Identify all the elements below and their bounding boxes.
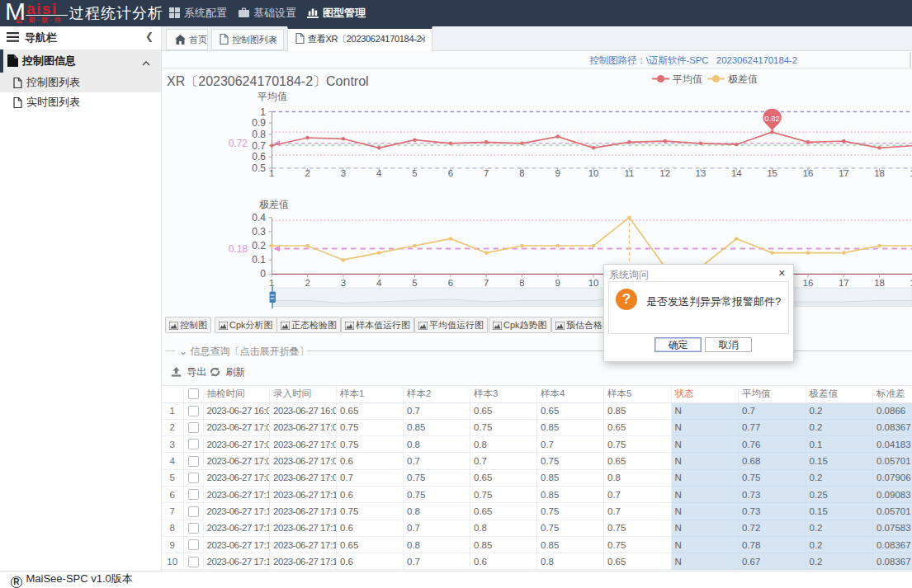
svg-text:10: 10 — [588, 278, 599, 288]
svg-text:9: 9 — [555, 278, 560, 288]
svg-text:16: 16 — [803, 278, 814, 288]
svg-text:12: 12 — [659, 168, 670, 178]
svg-text:18: 18 — [874, 278, 885, 288]
svg-text:11: 11 — [624, 168, 634, 178]
svg-text:0.1: 0.1 — [252, 254, 266, 266]
svg-text:4: 4 — [376, 168, 382, 178]
svg-text:0.4: 0.4 — [252, 212, 266, 223]
svg-text:6: 6 — [448, 168, 453, 178]
svg-text:0.7: 0.7 — [252, 140, 266, 152]
svg-text:15: 15 — [767, 168, 777, 178]
svg-text:1: 1 — [260, 106, 266, 118]
svg-text:平均值: 平均值 — [673, 73, 702, 85]
svg-text:8: 8 — [519, 168, 524, 178]
svg-text:18: 18 — [874, 168, 885, 178]
svg-text:0.6: 0.6 — [252, 151, 266, 162]
svg-text:2: 2 — [305, 168, 310, 178]
svg-text:0.5: 0.5 — [252, 162, 266, 174]
svg-text:14: 14 — [731, 168, 742, 178]
svg-text:0: 0 — [260, 268, 266, 280]
svg-text:4: 4 — [376, 278, 382, 288]
svg-text:5: 5 — [412, 168, 417, 178]
svg-text:0.18: 0.18 — [229, 243, 248, 255]
svg-text:3: 3 — [341, 278, 346, 288]
svg-text:7: 7 — [484, 168, 489, 178]
svg-text:平均值: 平均值 — [258, 91, 287, 102]
svg-text:13: 13 — [696, 168, 706, 178]
svg-text:6: 6 — [448, 278, 453, 288]
svg-text:3: 3 — [341, 168, 346, 178]
svg-text:1: 1 — [269, 168, 274, 178]
svg-text:5: 5 — [412, 278, 417, 288]
svg-text:极差值: 极差值 — [259, 199, 289, 210]
svg-text:8: 8 — [519, 278, 524, 288]
svg-text:16: 16 — [803, 168, 814, 178]
svg-text:7: 7 — [484, 278, 489, 288]
svg-text:0.72: 0.72 — [229, 138, 248, 149]
svg-text:0.82: 0.82 — [764, 114, 780, 123]
svg-text:2: 2 — [305, 278, 310, 288]
svg-text:0.3: 0.3 — [252, 226, 266, 238]
svg-text:0.9: 0.9 — [252, 117, 266, 129]
svg-text:17: 17 — [839, 278, 849, 288]
svg-text:9: 9 — [555, 168, 560, 178]
svg-text:0.8: 0.8 — [252, 129, 266, 140]
svg-text:0.2: 0.2 — [252, 240, 266, 252]
svg-text:10: 10 — [588, 168, 599, 178]
svg-text:极差值: 极差值 — [728, 73, 758, 85]
svg-text:17: 17 — [839, 168, 849, 178]
